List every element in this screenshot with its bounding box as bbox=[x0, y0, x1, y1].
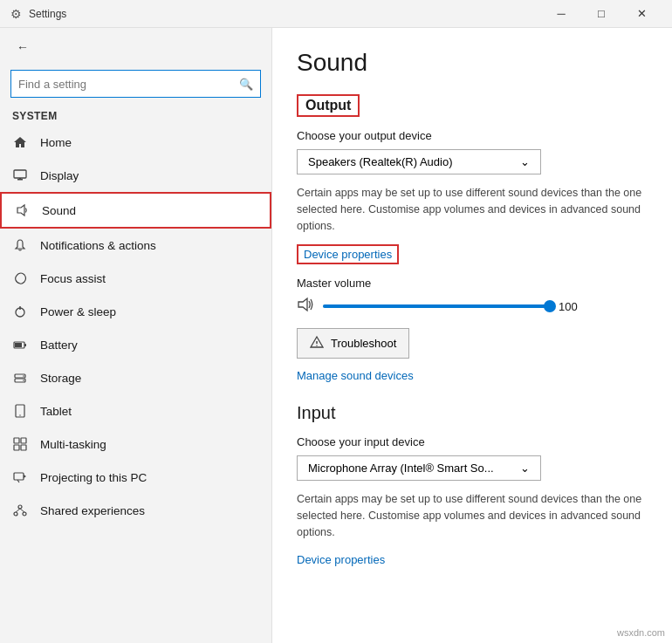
sidebar-item-label: Home bbox=[40, 136, 72, 149]
svg-point-12 bbox=[23, 380, 24, 381]
notifications-icon bbox=[12, 237, 28, 253]
output-device-dropdown[interactable]: Speakers (Realtek(R) Audio) ⌄ bbox=[297, 149, 541, 174]
search-box[interactable]: 🔍 bbox=[10, 70, 261, 98]
display-icon bbox=[12, 168, 28, 183]
minimize-button[interactable]: ─ bbox=[541, 0, 581, 28]
svg-point-14 bbox=[19, 414, 20, 415]
sidebar-item-label: Display bbox=[40, 169, 79, 182]
battery-icon bbox=[12, 337, 28, 352]
input-device-properties-link[interactable]: Device properties bbox=[297, 553, 385, 566]
sidebar-item-label: Shared experiences bbox=[40, 504, 145, 517]
sidebar-item-battery[interactable]: Battery bbox=[0, 328, 271, 361]
volume-value: 100 bbox=[559, 300, 585, 313]
master-volume-label: Master volume bbox=[297, 277, 648, 290]
projecting-icon bbox=[12, 469, 28, 485]
sidebar-item-display[interactable]: Display bbox=[0, 159, 271, 192]
tablet-icon bbox=[12, 403, 28, 419]
sidebar-item-label: Multi-tasking bbox=[40, 438, 106, 451]
home-icon bbox=[12, 134, 28, 150]
svg-rect-8 bbox=[15, 343, 22, 347]
svg-rect-19 bbox=[14, 473, 24, 480]
svg-rect-7 bbox=[24, 344, 26, 346]
sound-icon bbox=[14, 202, 30, 218]
sidebar-item-sound[interactable]: Sound bbox=[0, 192, 271, 229]
sidebar-item-notifications[interactable]: Notifications & actions bbox=[0, 229, 271, 262]
output-info-text: Certain apps may be set up to use differ… bbox=[297, 185, 646, 234]
svg-rect-0 bbox=[14, 170, 26, 178]
sidebar-section-label: System bbox=[0, 105, 271, 126]
sidebar-item-label: Notifications & actions bbox=[40, 239, 156, 252]
svg-line-26 bbox=[20, 509, 24, 512]
svg-point-22 bbox=[18, 505, 22, 509]
input-device-dropdown[interactable]: Microphone Array (Intel® Smart So... ⌄ bbox=[297, 455, 541, 481]
manage-sound-devices-link[interactable]: Manage sound devices bbox=[297, 369, 648, 382]
sidebar-item-label: Battery bbox=[40, 339, 78, 352]
sidebar-item-multitasking[interactable]: Multi-tasking bbox=[0, 428, 271, 461]
chevron-down-icon: ⌄ bbox=[520, 462, 530, 475]
output-device-label: Choose your output device bbox=[297, 129, 648, 142]
titlebar: ⚙ Settings ─ □ ✕ bbox=[0, 0, 672, 28]
svg-rect-2 bbox=[19, 178, 21, 180]
troubleshoot-button[interactable]: Troubleshoot bbox=[297, 328, 409, 359]
sidebar-item-label: Storage bbox=[40, 372, 81, 385]
svg-marker-20 bbox=[24, 475, 26, 478]
input-info-text: Certain apps may be set up to use differ… bbox=[297, 491, 646, 540]
titlebar-controls: ─ □ ✕ bbox=[541, 0, 662, 28]
close-button[interactable]: ✕ bbox=[621, 0, 662, 28]
page-title: Sound bbox=[297, 49, 648, 77]
input-section: Input Choose your input device Microphon… bbox=[297, 403, 648, 566]
search-icon: 🔍 bbox=[239, 78, 253, 91]
focus-icon bbox=[12, 270, 28, 286]
output-device-properties-link[interactable]: Device properties bbox=[297, 244, 399, 264]
svg-rect-17 bbox=[14, 445, 19, 450]
sidebar: ← 🔍 System Home Display Sound bbox=[0, 28, 272, 643]
svg-rect-15 bbox=[14, 438, 19, 443]
settings-icon: ⚙ bbox=[10, 7, 22, 21]
svg-marker-27 bbox=[298, 298, 307, 311]
sidebar-item-focus[interactable]: Focus assist bbox=[0, 262, 271, 295]
sidebar-item-label: Tablet bbox=[40, 405, 72, 418]
sidebar-item-storage[interactable]: Storage bbox=[0, 361, 271, 394]
svg-marker-3 bbox=[17, 205, 24, 215]
input-header: Input bbox=[297, 403, 648, 423]
storage-icon bbox=[12, 370, 28, 386]
volume-slider[interactable] bbox=[323, 304, 550, 308]
output-device-value: Speakers (Realtek(R) Audio) bbox=[308, 155, 452, 168]
back-button[interactable]: ← bbox=[10, 35, 35, 59]
svg-point-23 bbox=[14, 512, 17, 516]
sidebar-item-label: Focus assist bbox=[40, 272, 106, 285]
sidebar-item-label: Projecting to this PC bbox=[40, 471, 147, 484]
multitasking-icon bbox=[12, 436, 28, 452]
svg-rect-16 bbox=[21, 438, 26, 443]
output-section: Output Choose your output device Speaker… bbox=[297, 94, 648, 382]
svg-point-11 bbox=[23, 375, 24, 377]
volume-row: 100 bbox=[297, 297, 648, 316]
search-input[interactable] bbox=[18, 78, 239, 91]
svg-line-25 bbox=[16, 509, 20, 512]
input-device-value: Microphone Array (Intel® Smart So... bbox=[308, 462, 494, 475]
volume-slider-thumb bbox=[544, 300, 556, 312]
troubleshoot-label: Troubleshoot bbox=[331, 337, 396, 350]
main-layout: ← 🔍 System Home Display Sound bbox=[0, 28, 672, 643]
titlebar-title: Settings bbox=[29, 8, 541, 20]
sidebar-item-projecting[interactable]: Projecting to this PC bbox=[0, 461, 271, 494]
chevron-down-icon: ⌄ bbox=[520, 155, 530, 168]
sidebar-item-home[interactable]: Home bbox=[0, 126, 271, 159]
volume-slider-fill bbox=[323, 304, 550, 308]
maximize-button[interactable]: □ bbox=[581, 0, 621, 28]
sidebar-item-tablet[interactable]: Tablet bbox=[0, 394, 271, 428]
svg-point-24 bbox=[23, 512, 26, 516]
sidebar-nav-header: ← bbox=[0, 28, 271, 66]
svg-rect-18 bbox=[21, 445, 26, 450]
input-device-label: Choose your input device bbox=[297, 435, 648, 448]
svg-point-30 bbox=[316, 345, 317, 346]
sidebar-item-label: Power & sleep bbox=[40, 305, 116, 318]
sidebar-item-shared[interactable]: Shared experiences bbox=[0, 494, 271, 527]
volume-icon bbox=[297, 297, 314, 316]
power-icon bbox=[12, 304, 28, 319]
output-header: Output bbox=[297, 94, 360, 117]
shared-icon bbox=[12, 503, 28, 518]
warning-icon bbox=[310, 335, 324, 352]
sidebar-item-power[interactable]: Power & sleep bbox=[0, 295, 271, 328]
sidebar-item-label: Sound bbox=[42, 204, 76, 217]
